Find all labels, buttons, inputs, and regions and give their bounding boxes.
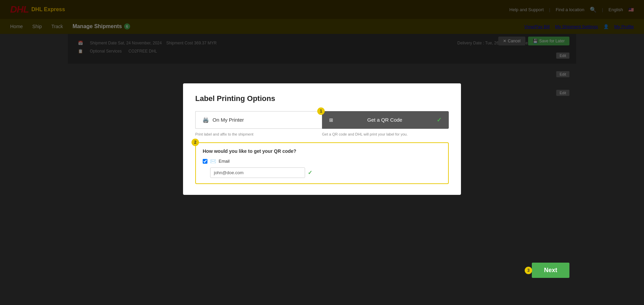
option-descriptions: Print label and affix to the shipment Ge… <box>195 132 449 136</box>
modal-overlay: Label Printing Options 1 🖨️ On My Printe… <box>0 0 644 305</box>
modal-title: Label Printing Options <box>195 94 449 103</box>
email-checkbox[interactable] <box>203 159 207 164</box>
qr-code-section: How would you like to get your QR code? … <box>195 142 449 184</box>
qr-section-wrapper: 2 How would you like to get your QR code… <box>195 142 449 184</box>
email-valid-checkmark: ✓ <box>308 169 312 176</box>
option2-description: Get a QR code and DHL will print your la… <box>322 132 449 136</box>
option1-description: Print label and affix to the shipment <box>195 132 322 136</box>
qr-question-text: How would you like to get your QR code? <box>203 148 296 154</box>
email-input-row: ✓ <box>210 167 441 178</box>
step-2-badge: 2 <box>192 139 199 146</box>
on-my-printer-label: On My Printer <box>213 117 244 123</box>
get-qr-code-option[interactable]: ⊞ Get a QR Code ✓ <box>322 111 449 129</box>
step-1-badge: 1 <box>317 107 325 115</box>
on-my-printer-option[interactable]: 🖨️ On My Printer <box>195 111 322 129</box>
step-3-badge: 3 <box>525 267 532 274</box>
printer-icon: 🖨️ <box>202 117 209 123</box>
qr-section-title: How would you like to get your QR code? <box>203 148 441 154</box>
email-label: Email <box>219 159 230 164</box>
qr-icon: ⊞ <box>329 117 333 123</box>
get-qr-code-label: Get a QR Code <box>367 117 402 123</box>
email-icon: ✉️ <box>210 159 216 164</box>
printing-options-wrapper: 1 🖨️ On My Printer ⊞ Get a QR Code ✓ <box>195 111 449 136</box>
next-button[interactable]: Next <box>532 263 569 278</box>
selected-checkmark: ✓ <box>437 116 442 124</box>
email-option-row: ✉️ Email <box>203 159 441 164</box>
label-printing-modal: Label Printing Options 1 🖨️ On My Printe… <box>183 83 461 195</box>
next-button-area: 3 Next <box>525 263 569 278</box>
email-input[interactable] <box>210 167 305 178</box>
